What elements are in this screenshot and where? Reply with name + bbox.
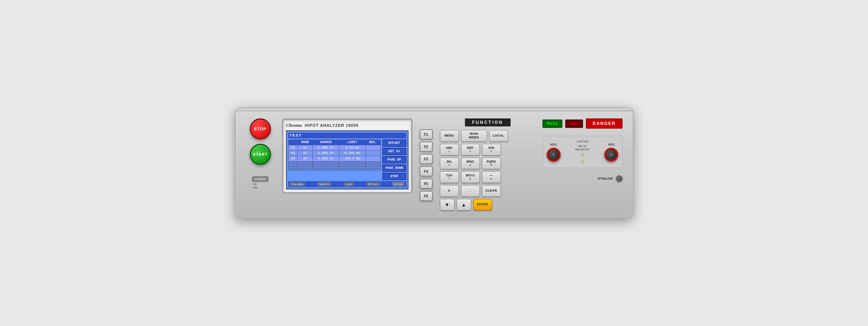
- pass-indicator: PASS: [542, 120, 562, 128]
- f-buttons-column: F1 F2 F3 F4 F5 F6: [420, 129, 433, 201]
- bottom-row: 0 . CLEAR: [440, 185, 536, 197]
- table-row: 01 AC 5.000 kV 3.50 mA: [288, 145, 381, 151]
- stop-button[interactable]: STOP: [250, 118, 271, 139]
- key-alpha: JKL: [446, 160, 452, 164]
- key-alpha: DEF: [467, 146, 474, 150]
- test-table: MODE SOURCE LIMIT RES. 01 AC: [288, 139, 381, 171]
- key-8-button[interactable]: WXY2 8: [461, 171, 480, 183]
- row-res: [365, 145, 381, 151]
- main-index-button[interactable]: MAININDEX: [461, 130, 487, 142]
- right-section: PASS FAIL DANGER HV2 CAUTION 5kV AC Max …: [543, 118, 622, 182]
- f6-button[interactable]: F6: [420, 191, 433, 201]
- function-label: FUNCTION: [465, 118, 511, 126]
- key-num: 2: [470, 150, 471, 153]
- col-res: RES.: [365, 140, 381, 145]
- lcd-main-table-area: MODE SOURCE LIMIT RES. 01 AC: [288, 139, 381, 180]
- hv2-connector: HV2: [547, 143, 561, 162]
- key-alpha: PQRS: [487, 160, 496, 164]
- key-num: 7: [449, 177, 450, 180]
- sidebar-page-down[interactable]: PAGE DOWN: [382, 164, 406, 172]
- key-dot-button[interactable]: .: [461, 185, 480, 197]
- row-res: [365, 151, 381, 156]
- col-num: [288, 140, 298, 145]
- warning-icon-2: ⚠: [580, 159, 584, 164]
- start-button[interactable]: START: [250, 144, 271, 165]
- col-source: SOURCE: [313, 140, 339, 145]
- key-num: 5: [470, 164, 471, 167]
- hv1-connector: HV1: [604, 143, 618, 162]
- f4-button[interactable]: F4: [420, 166, 433, 176]
- f5-button[interactable]: F5: [420, 179, 433, 189]
- menu-row: MENU MAININDEX LOCAL: [440, 130, 536, 142]
- sidebar-step[interactable]: STEP: [382, 173, 406, 180]
- arrow-row: ▼ ▲ ENTER: [440, 199, 536, 210]
- key-3-button[interactable]: GHI 3: [482, 144, 501, 155]
- f1-button[interactable]: F1: [420, 129, 433, 139]
- key-num: 8: [470, 177, 471, 180]
- key-num: 1: [449, 150, 450, 153]
- lcd-screen: TEST MODE SOURCE LIMIT: [286, 130, 408, 189]
- menu-button[interactable]: MENU: [440, 130, 459, 142]
- device-model-title: HIPOT ANALYZER 19055: [305, 123, 359, 128]
- power-on-label: ON: [253, 183, 258, 186]
- danger-button[interactable]: DANGER: [586, 118, 622, 129]
- key-6-button[interactable]: PQRS 6: [482, 158, 501, 169]
- key-num: 9: [491, 177, 492, 180]
- power-button[interactable]: POWER: [252, 176, 268, 182]
- caution-title: CAUTION: [577, 140, 588, 143]
- key-alpha: TUV: [446, 174, 453, 177]
- sidebar-get-cs[interactable]: GET Cs: [382, 148, 406, 155]
- top-edge: [236, 108, 633, 111]
- key-0-button[interactable]: 0: [440, 185, 459, 197]
- hv2-knob[interactable]: [547, 148, 561, 162]
- row-source: 5.000 kV: [313, 156, 339, 162]
- key-alpha: —: [490, 174, 493, 177]
- row-mode: AC: [298, 145, 313, 151]
- row-limit: 100.0 MΩ: [339, 156, 365, 162]
- hv1-knob[interactable]: [604, 148, 618, 162]
- clear-button[interactable]: CLEAR: [482, 185, 501, 197]
- row-res: [365, 156, 381, 162]
- key-alpha: ABC: [446, 146, 453, 150]
- key-1-button[interactable]: ABC 1: [440, 144, 459, 155]
- function-section: FUNCTION MENU MAININDEX LOCAL ABC 1 DEF: [440, 118, 536, 210]
- local-button[interactable]: LOCAL: [489, 130, 508, 142]
- key-7-button[interactable]: TUV 7: [440, 171, 459, 183]
- key-num: 4: [449, 164, 450, 167]
- key-9-button[interactable]: — 9: [482, 171, 501, 183]
- f3-button[interactable]: F3: [420, 154, 433, 164]
- device-model: 19055: [346, 123, 359, 128]
- screen-bezel: Chroma HIPOT ANALYZER 19055 TEST: [282, 118, 412, 193]
- key-2-button[interactable]: DEF 2: [461, 144, 480, 155]
- key-4-button[interactable]: JKL 4: [440, 158, 459, 169]
- power-off-label: OFF: [253, 186, 258, 190]
- pass-fail-row: PASS FAIL DANGER: [543, 118, 622, 129]
- screen-label-row: Chroma HIPOT ANALYZER 19055: [286, 122, 408, 128]
- status-error: Error: [392, 182, 404, 187]
- table-row: 02 DC 6.000 kV 0.500 mA: [288, 151, 381, 156]
- status-standby: Standby: [290, 182, 306, 187]
- key-num: 6: [491, 164, 492, 167]
- rtn-connector[interactable]: [616, 175, 622, 182]
- arrow-down-button[interactable]: ▼: [440, 199, 454, 210]
- lcd-right-panel: OFFSET GET Cs PAGE UP PAGE DOWN STEP: [381, 139, 406, 180]
- table-row: 03 IR 5.000 kV 100.0 MΩ: [288, 156, 381, 162]
- hv1-label: HV1: [608, 143, 615, 146]
- f2-button[interactable]: F2: [420, 142, 433, 152]
- key-alpha: WXY2: [466, 174, 475, 177]
- arrow-up-button[interactable]: ▲: [457, 199, 471, 210]
- rtn-low-label: RTN/LOW: [598, 177, 613, 180]
- table-row-empty: [288, 169, 381, 171]
- sidebar-offset[interactable]: OFFSET: [382, 139, 406, 147]
- key-5-button[interactable]: MNO 5: [461, 158, 480, 169]
- enter-button[interactable]: ENTER: [473, 199, 492, 210]
- power-section: POWER ON OFF: [252, 176, 268, 190]
- key-num: 3: [491, 150, 492, 153]
- screen-section: Chroma HIPOT ANALYZER 19055 TEST: [282, 118, 412, 193]
- row-mode: IR: [298, 156, 313, 162]
- lcd-content: MODE SOURCE LIMIT RES. 01 AC: [288, 139, 406, 180]
- caution-spec: 5kV AC Max 6kV DC: [575, 145, 590, 151]
- brand-logo: Chroma: [286, 122, 302, 128]
- sidebar-page-up[interactable]: PAGE UP: [382, 156, 406, 163]
- row-mode: DC: [298, 151, 313, 156]
